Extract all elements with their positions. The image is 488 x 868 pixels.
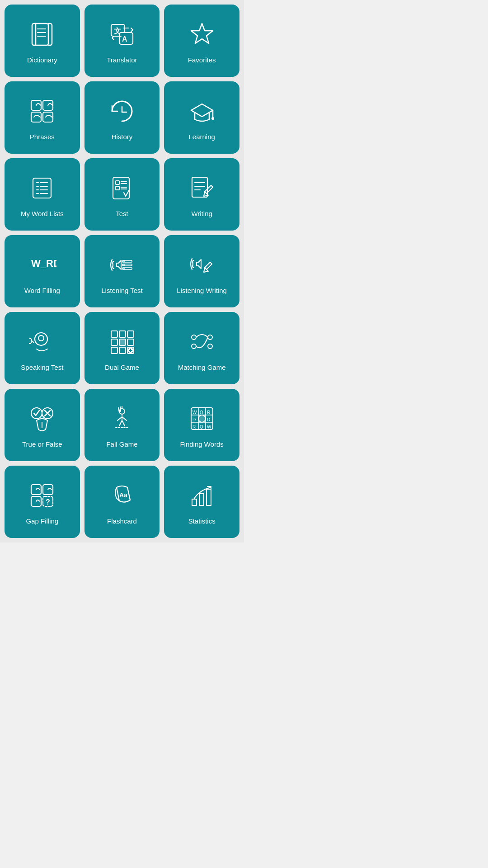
tile-flashcard[interactable]: Aa Flashcard	[84, 466, 160, 538]
svg-line-69	[119, 420, 122, 426]
statistics-icon	[186, 479, 218, 512]
tile-history[interactable]: History	[84, 81, 160, 154]
svg-text:Aa: Aa	[119, 491, 127, 499]
tile-phrases[interactable]: Phrases	[5, 81, 80, 154]
word-filling-label: Word Filling	[24, 287, 60, 295]
fall-game-label: Fall Game	[106, 440, 137, 448]
test-icon	[106, 172, 138, 204]
translator-icon: 文 A	[106, 18, 138, 51]
tile-word-filling[interactable]: W_RD Word Filling	[5, 235, 80, 307]
svg-point-56	[192, 335, 196, 340]
svg-rect-47	[119, 331, 126, 337]
svg-point-60	[31, 408, 42, 419]
learning-icon	[186, 95, 218, 127]
svg-rect-52	[111, 347, 117, 354]
svg-point-44	[35, 333, 47, 345]
tile-learning[interactable]: Learning	[164, 81, 239, 154]
phrases-label: Phrases	[30, 133, 55, 141]
tile-test[interactable]: Test	[84, 158, 160, 231]
learning-label: Learning	[188, 133, 215, 141]
svg-rect-48	[127, 331, 134, 337]
tile-listening-test[interactable]: Listening Test	[84, 235, 160, 307]
svg-line-68	[122, 417, 127, 420]
favorites-icon	[186, 18, 218, 51]
favorites-label: Favorites	[188, 56, 216, 64]
svg-text:W: W	[192, 410, 197, 415]
true-or-false-icon	[26, 402, 58, 435]
dictionary-icon	[26, 18, 58, 51]
svg-rect-17	[33, 178, 51, 198]
svg-point-57	[192, 344, 196, 349]
tile-dictionary[interactable]: Dictionary	[5, 5, 80, 77]
listening-writing-label: Listening Writing	[177, 287, 227, 295]
svg-text:O: O	[200, 425, 203, 429]
finding-words-icon: W O R D D R O W	[186, 402, 218, 435]
speaking-test-label: Speaking Test	[21, 363, 63, 372]
svg-rect-27	[116, 181, 119, 184]
gap-filling-label: Gap Filling	[26, 517, 58, 525]
dual-game-label: Dual Game	[105, 363, 139, 372]
tile-true-or-false[interactable]: True or False	[5, 389, 80, 461]
svg-line-72	[120, 407, 121, 411]
svg-point-16	[212, 118, 214, 119]
tile-listening-writing[interactable]: Listening Writing	[164, 235, 239, 307]
svg-rect-95	[199, 494, 204, 505]
svg-marker-8	[191, 24, 213, 43]
svg-rect-0	[32, 24, 48, 45]
matching-game-label: Matching Game	[178, 363, 226, 372]
svg-rect-33	[192, 177, 207, 197]
tile-fall-game[interactable]: Fall Game	[84, 389, 160, 461]
tile-favorites[interactable]: Favorites	[164, 5, 239, 77]
svg-text:W_RD: W_RD	[31, 258, 56, 269]
fall-game-icon	[106, 402, 138, 435]
dictionary-label: Dictionary	[27, 56, 57, 64]
svg-text:R: R	[207, 410, 210, 415]
svg-text:W: W	[207, 425, 211, 429]
speaking-test-icon	[26, 326, 58, 358]
my-word-lists-label: My Word Lists	[21, 210, 64, 218]
my-word-lists-icon	[26, 172, 58, 204]
true-or-false-label: True or False	[22, 440, 62, 448]
tile-matching-game[interactable]: Matching Game	[164, 312, 239, 384]
flashcard-label: Flashcard	[107, 517, 137, 525]
main-grid: Dictionary 文 A Translator Favorites	[0, 0, 244, 542]
test-label: Test	[116, 210, 128, 218]
tile-writing[interactable]: Writing	[164, 158, 239, 231]
listening-test-label: Listening Test	[101, 287, 142, 295]
tile-speaking-test[interactable]: Speaking Test	[5, 312, 80, 384]
tile-statistics[interactable]: Statistics	[164, 466, 239, 538]
tile-my-word-lists[interactable]: My Word Lists	[5, 158, 80, 231]
svg-line-71	[118, 408, 119, 412]
tile-dual-game[interactable]: Dual Game	[84, 312, 160, 384]
svg-point-83	[198, 415, 206, 422]
svg-rect-41	[122, 264, 124, 266]
tile-gap-filling[interactable]: ? Gap Filling	[5, 466, 80, 538]
dual-game-icon	[106, 326, 138, 358]
matching-game-icon	[186, 326, 218, 358]
statistics-label: Statistics	[188, 517, 216, 525]
finding-words-label: Finding Words	[180, 440, 223, 448]
svg-text:D: D	[207, 417, 210, 422]
svg-text:O: O	[200, 410, 203, 415]
svg-rect-43	[122, 260, 124, 262]
svg-line-70	[122, 420, 125, 426]
phrases-icon	[26, 95, 58, 127]
listening-test-icon	[106, 249, 138, 281]
tile-translator[interactable]: 文 A Translator	[84, 5, 160, 77]
svg-rect-94	[192, 499, 197, 505]
writing-icon	[186, 172, 218, 204]
writing-label: Writing	[191, 210, 212, 218]
svg-point-59	[208, 344, 212, 349]
gap-filling-icon: ?	[26, 479, 58, 512]
svg-rect-46	[111, 331, 117, 337]
listening-writing-icon	[186, 249, 218, 281]
svg-rect-50	[119, 339, 126, 345]
svg-rect-49	[111, 339, 117, 345]
svg-point-58	[208, 335, 212, 340]
tile-finding-words[interactable]: W O R D D R O W Finding Words	[164, 389, 239, 461]
svg-rect-38	[124, 264, 132, 266]
flashcard-icon: Aa	[106, 479, 138, 512]
svg-rect-53	[119, 347, 126, 354]
history-label: History	[112, 133, 133, 141]
svg-text:D: D	[192, 417, 196, 422]
